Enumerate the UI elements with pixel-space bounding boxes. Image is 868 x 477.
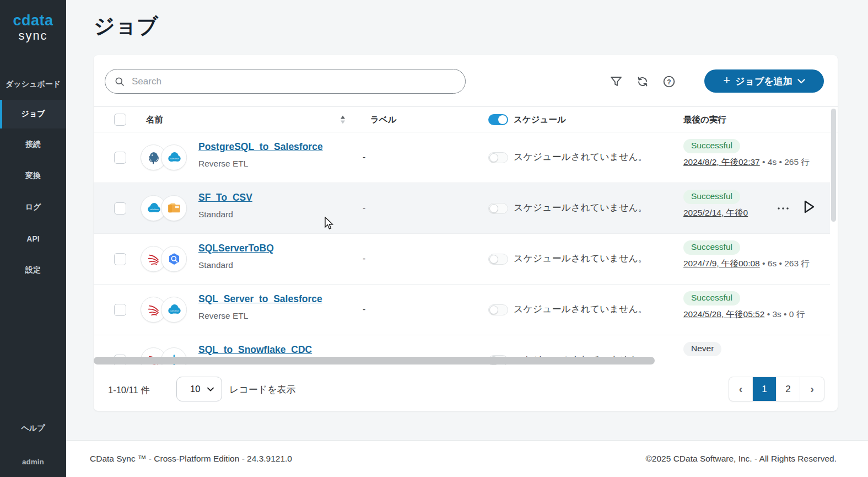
table-body: salesforce PostgreSQL_to_Salesforce Reve… (94, 132, 830, 365)
last-run: 2024/7/9, 午後00:08 • 6s • 263 行 (683, 258, 810, 270)
next-page-button[interactable]: › (800, 377, 824, 401)
last-run: 2024/8/2, 午後02:37 • 4s • 265 行 (683, 157, 810, 168)
sidebar: cdata sync ダッシュボード ジョブ 接続 変換 ログ API 設定 ヘ… (0, 0, 66, 477)
sidebar-user-admin[interactable]: admin (0, 451, 66, 473)
page-button-2[interactable]: 2 (777, 377, 800, 401)
last-run-meta: • 3s • 0 行 (764, 309, 805, 319)
plus-icon: + (723, 73, 730, 88)
sort-icon[interactable] (341, 115, 346, 124)
schedule-state: スケジュールされていません。 (514, 303, 648, 315)
status-badge: Successful (683, 291, 740, 306)
schedule-master-toggle[interactable] (488, 114, 508, 125)
footer: CData Sync ™ - Cross-Platform Edition - … (66, 440, 868, 477)
sidebar-item-api[interactable]: API (0, 223, 66, 254)
last-run-meta: • 6s • 263 行 (760, 259, 810, 268)
connection-icons: salesforce (141, 195, 188, 222)
table-row: salesforce PostgreSQL_to_Salesforce Reve… (94, 132, 830, 183)
row-checkbox[interactable] (114, 253, 126, 265)
svg-text:salesforce: salesforce (170, 158, 179, 160)
table-row: SQLServerToBQ Standard - スケジュールされていません。 … (94, 234, 830, 285)
schedule-toggle[interactable] (488, 254, 508, 265)
sidebar-item-logs[interactable]: ログ (0, 191, 66, 223)
job-label: - (363, 254, 365, 264)
connection-icons (141, 246, 188, 272)
job-type: Standard (198, 210, 233, 219)
table-row: salesforce SQL_Server_to_Salesforce Reve… (94, 285, 830, 335)
column-header-name[interactable]: 名前 (146, 114, 163, 125)
job-type: Reverse ETL (198, 159, 248, 169)
job-label: - (363, 203, 365, 213)
csv-folder-icon (161, 195, 187, 221)
page-button-1[interactable]: 1 (753, 377, 777, 401)
vertical-scrollbar[interactable] (831, 109, 836, 222)
search-box (105, 69, 466, 94)
footer-copyright-text: ©2025 CData Software, Inc. - All Rights … (645, 454, 837, 464)
job-name-link[interactable]: SQL_Server_to_Salesforce (198, 293, 322, 305)
row-checkbox[interactable] (114, 304, 126, 316)
connection-icons: salesforce (141, 144, 188, 171)
job-type: Reverse ETL (198, 311, 248, 321)
last-run-link[interactable]: 2025/2/14, 午後0 (683, 208, 748, 217)
schedule-state: スケジュールされていません。 (514, 201, 648, 214)
page-size-value: 10 (190, 384, 200, 394)
sidebar-item-transformations[interactable]: 変換 (0, 160, 66, 191)
last-run-link[interactable]: 2024/7/9, 午後00:08 (683, 259, 760, 268)
status-badge: Successful (683, 240, 740, 255)
last-run: 2024/5/28, 午後05:52 • 3s • 0 行 (683, 309, 805, 320)
row-checkbox[interactable] (114, 152, 126, 164)
job-name-link[interactable]: SQL_to_Snowflake_CDC (198, 344, 312, 356)
row-checkbox[interactable] (114, 202, 126, 215)
select-all-checkbox[interactable] (114, 114, 126, 126)
filter-icon[interactable] (610, 75, 623, 88)
sidebar-item-settings[interactable]: 設定 (0, 254, 66, 286)
salesforce-icon: salesforce (161, 297, 187, 323)
footer-version-text: CData Sync ™ - Cross-Platform Edition - … (90, 454, 292, 464)
run-job-icon[interactable] (802, 199, 816, 215)
sidebar-item-connections[interactable]: 接続 (0, 128, 66, 160)
sidebar-item-help[interactable]: ヘルプ (0, 413, 66, 444)
schedule-state: スケジュールされていません。 (514, 151, 648, 163)
last-run-meta: • 4s • 265 行 (760, 157, 810, 167)
schedule-toggle[interactable] (488, 203, 508, 214)
sidebar-bottom: ヘルプ admin (0, 413, 66, 477)
status-badge: Successful (683, 190, 740, 204)
pagination-range-label: 1-10/11 件 (108, 384, 150, 396)
logo-sync-text: sync (0, 29, 66, 43)
job-name-link[interactable]: PostgreSQL_to_Salesforce (198, 141, 323, 153)
last-run-link[interactable]: 2024/8/2, 午後02:37 (683, 157, 760, 167)
add-job-button[interactable]: + ジョブを追加 (704, 69, 824, 93)
column-header-label[interactable]: ラベル (370, 114, 397, 125)
schedule-toggle[interactable] (488, 304, 508, 315)
sidebar-item-jobs[interactable]: ジョブ (0, 100, 66, 128)
sidebar-item-dashboard[interactable]: ダッシュボード (0, 68, 66, 100)
job-label: - (363, 304, 365, 314)
table-row: salesforce SF_To_CSV Standard - スケジュールされ… (94, 183, 830, 234)
help-icon[interactable]: ? (662, 75, 676, 88)
svg-text:salesforce: salesforce (170, 310, 179, 312)
job-name-link[interactable]: SQLServerToBQ (198, 243, 274, 254)
page-size-select[interactable]: 10 (176, 377, 222, 401)
search-icon (114, 76, 125, 87)
jobs-card: ? + ジョブを追加 名前 ラベル スケジュール 最後の実行 (94, 55, 838, 411)
column-header-schedule[interactable]: スケジュール (514, 114, 566, 125)
horizontal-scrollbar[interactable] (94, 357, 655, 365)
search-input[interactable] (132, 76, 440, 87)
main-content: ジョブ ? + ジョブを追加 名前 (66, 0, 868, 477)
last-run-link[interactable]: 2024/5/28, 午後05:52 (683, 309, 764, 319)
salesforce-icon: salesforce (161, 144, 187, 170)
sidebar-nav: ダッシュボード ジョブ 接続 変換 ログ API 設定 (0, 68, 66, 286)
previous-page-button[interactable]: ‹ (729, 377, 753, 401)
table-header: 名前 ラベル スケジュール 最後の実行 (94, 106, 838, 132)
pagination-controls: ‹ 1 2 › (729, 377, 824, 401)
job-name-link[interactable]: SF_To_CSV (198, 192, 252, 203)
status-badge: Successful (683, 139, 740, 153)
row-actions-menu-icon[interactable] (776, 204, 790, 213)
refresh-icon[interactable] (636, 75, 649, 88)
bigquery-icon (161, 246, 187, 272)
svg-text:?: ? (667, 78, 671, 86)
add-job-label: ジョブを追加 (735, 75, 792, 88)
chevron-down-icon (797, 79, 805, 84)
column-header-last-run[interactable]: 最後の実行 (683, 114, 726, 125)
schedule-toggle[interactable] (488, 152, 508, 163)
page-title: ジョブ (94, 12, 158, 40)
